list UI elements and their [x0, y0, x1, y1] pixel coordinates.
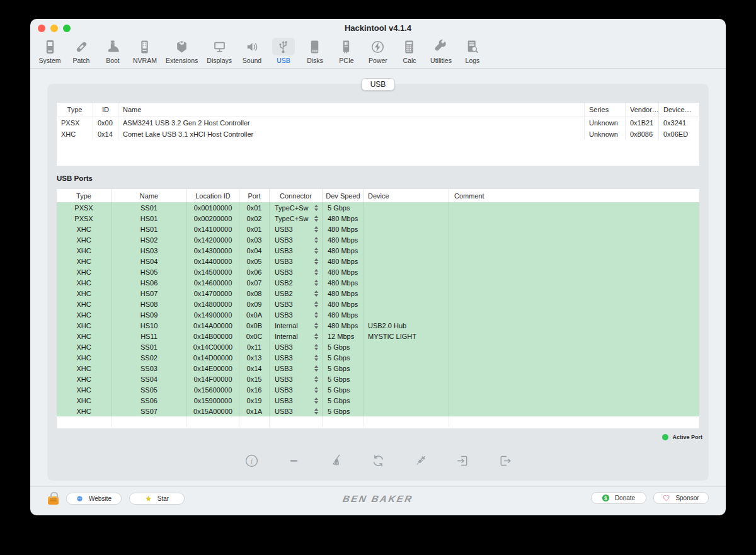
usb-icon	[272, 38, 295, 55]
connector-select[interactable]: USB3	[270, 374, 323, 384]
col-connector[interactable]: Connector	[270, 189, 323, 202]
remove-icon[interactable]	[285, 452, 302, 469]
col-port[interactable]: Port	[239, 189, 270, 202]
usb-port-row[interactable]: XHC HS10 0x14A00000 0x0B Internal 480 Mb…	[57, 320, 699, 331]
connector-select[interactable]: Internal	[270, 331, 323, 341]
donate-button[interactable]: $ Donate	[591, 492, 646, 504]
tab-system[interactable]: System	[34, 38, 66, 64]
usb-port-row[interactable]: XHC SS03 0x14E00000 0x14 USB3 5 Gbps	[57, 363, 699, 374]
connector-select[interactable]: USB3	[270, 266, 323, 277]
port-location-id: 0x14300000	[187, 245, 239, 256]
col-location-id[interactable]: Location ID	[187, 189, 239, 202]
controller-row[interactable]: PXSX 0x00 ASM3241 USB 3.2 Gen 2 Host Con…	[57, 117, 699, 129]
connector-select[interactable]: USB3	[270, 384, 323, 395]
connector-select[interactable]: USB3	[270, 395, 323, 406]
connector-select[interactable]: USB3	[270, 245, 323, 256]
usb-port-row[interactable]: XHC HS04 0x14400000 0x05 USB3 480 Mbps	[57, 256, 699, 266]
tab-label: Disks	[307, 57, 323, 64]
usb-port-row[interactable]: PXSX SS01 0x00100000 0x01 TypeC+Sw 5 Gbp…	[57, 202, 699, 213]
connector-select[interactable]: USB3	[270, 363, 323, 374]
tab-utilities[interactable]: Utilities	[425, 38, 457, 64]
col-device[interactable]: Device…	[659, 103, 699, 117]
tab-sound[interactable]: Sound	[236, 38, 268, 64]
port-comment	[449, 352, 699, 363]
usb-port-row[interactable]: XHC HS06 0x14600000 0x07 USB2 480 Mbps	[57, 277, 699, 288]
port-number: 0x05	[239, 256, 270, 266]
col-type[interactable]: Type	[57, 103, 93, 117]
tab-logs[interactable]: Logs	[457, 38, 488, 64]
connector-select[interactable]: USB3	[270, 406, 323, 416]
usb-port-row[interactable]: PXSX HS01 0x00200000 0x02 TypeC+Sw 480 M…	[57, 213, 699, 224]
col-id[interactable]: ID	[93, 103, 118, 117]
tab-pcie[interactable]: PCIe	[331, 38, 362, 64]
usb-segment-button[interactable]: USB	[362, 78, 395, 91]
connector-select[interactable]: USB2	[270, 277, 323, 288]
usb-port-row[interactable]: XHC SS05 0x15600000 0x16 USB3 5 Gbps	[57, 384, 699, 395]
website-button[interactable]: Website	[66, 493, 122, 505]
tab-usb[interactable]: USB	[268, 38, 299, 64]
inject-icon[interactable]	[412, 452, 428, 469]
usb-port-row[interactable]: XHC HS01 0x14100000 0x01 USB3 480 Mbps	[57, 224, 699, 234]
usb-port-row[interactable]: XHC HS09 0x14900000 0x0A USB3 480 Mbps	[57, 309, 699, 320]
lock-icon[interactable]	[48, 496, 59, 505]
port-location-id: 0x15600000	[187, 384, 239, 395]
col-type[interactable]: Type	[57, 189, 112, 202]
usb-port-row[interactable]: XHC HS07 0x14700000 0x08 USB2 480 Mbps	[57, 288, 699, 299]
close-button[interactable]	[38, 25, 45, 32]
minimize-button[interactable]	[50, 25, 58, 32]
usb-port-row[interactable]: XHC HS02 0x14200000 0x03 USB3 480 Mbps	[57, 234, 699, 245]
usb-port-row[interactable]: XHC SS06 0x15900000 0x19 USB3 5 Gbps	[57, 395, 699, 406]
connector-select[interactable]: USB3	[270, 256, 323, 266]
connector-select[interactable]: USB3	[270, 309, 323, 320]
tab-extensions[interactable]: Extensions	[161, 38, 202, 64]
tab-displays[interactable]: Displays	[202, 38, 236, 64]
zoom-button[interactable]	[63, 25, 71, 32]
star-button[interactable]: Star	[129, 493, 185, 505]
usb-port-row[interactable]: XHC HS03 0x14300000 0x04 USB3 480 Mbps	[57, 245, 699, 256]
usb-port-row[interactable]: XHC HS05 0x14500000 0x06 USB3 480 Mbps	[57, 266, 699, 277]
tab-patch[interactable]: Patch	[66, 38, 97, 64]
usb-port-row[interactable]: XHC SS01 0x14C00000 0x11 USB3 5 Gbps	[57, 341, 699, 352]
connector-select[interactable]: USB3	[270, 341, 323, 352]
usb-port-row[interactable]: XHC SS07 0x15A00000 0x1A USB3 5 Gbps	[57, 406, 699, 416]
usb-port-row[interactable]: XHC HS11 0x14B00000 0x0C Internal 12 Mbp…	[57, 331, 699, 341]
info-icon[interactable]: i	[243, 452, 260, 469]
connector-select[interactable]: USB2	[270, 288, 323, 299]
tab-calc[interactable]: Calc	[394, 38, 425, 64]
stepper-icon	[314, 237, 318, 243]
usb-port-row[interactable]: XHC SS02 0x14D00000 0x13 USB3 5 Gbps	[57, 352, 699, 363]
col-vendor[interactable]: Vendor…	[626, 103, 659, 117]
connector-select[interactable]: USB3	[270, 224, 323, 234]
import-icon[interactable]	[454, 452, 471, 469]
tab-nvram[interactable]: NVRAM	[129, 38, 161, 64]
tab-disks[interactable]: Disks	[299, 38, 331, 64]
connector-select[interactable]: USB3	[270, 234, 323, 245]
controller-row[interactable]: XHC 0x14 Comet Lake USB 3.1 xHCI Host Co…	[57, 129, 699, 140]
usb-ports-table: Type Name Location ID Port Connector Dev…	[57, 189, 699, 428]
col-series[interactable]: Series	[585, 103, 626, 117]
clean-icon[interactable]	[328, 452, 344, 469]
col-name[interactable]: Name	[118, 103, 585, 117]
refresh-icon[interactable]	[370, 452, 386, 469]
connector-select[interactable]: Internal	[270, 320, 323, 331]
controller-type: PXSX	[57, 117, 93, 129]
usb-panel: Type ID Name Series Vendor… Device… PXSX…	[47, 84, 709, 481]
port-device	[364, 245, 449, 256]
port-type: XHC	[57, 277, 112, 288]
col-comment[interactable]: Comment	[449, 189, 699, 202]
col-device[interactable]: Device	[364, 189, 449, 202]
connector-select[interactable]: TypeC+Sw	[270, 202, 323, 213]
export-icon[interactable]	[496, 452, 513, 469]
usb-port-row[interactable]: XHC HS08 0x14800000 0x09 USB3 480 Mbps	[57, 299, 699, 309]
port-device	[364, 352, 449, 363]
connector-select[interactable]: USB3	[270, 352, 323, 363]
col-dev-speed[interactable]: Dev Speed	[323, 189, 364, 202]
col-name[interactable]: Name	[112, 189, 187, 202]
sponsor-button[interactable]: Sponsor	[653, 492, 709, 504]
tab-power[interactable]: Power	[362, 38, 394, 64]
tab-boot[interactable]: Boot	[97, 38, 129, 64]
usb-port-row[interactable]: XHC SS04 0x14F00000 0x15 USB3 5 Gbps	[57, 374, 699, 384]
ports-rows: PXSX SS01 0x00100000 0x01 TypeC+Sw 5 Gbp…	[57, 202, 699, 416]
connector-select[interactable]: USB3	[270, 299, 323, 309]
connector-select[interactable]: TypeC+Sw	[270, 213, 323, 224]
